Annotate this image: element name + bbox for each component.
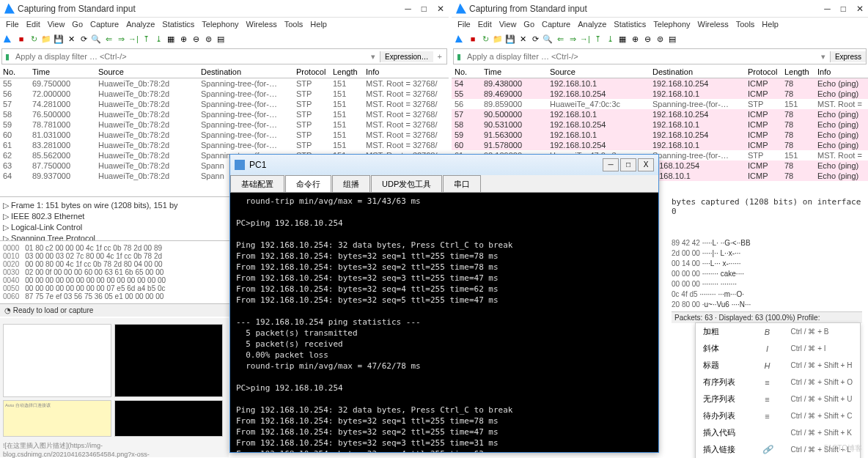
thumbnail-4[interactable] — [114, 400, 223, 437]
zoom-out-icon[interactable]: ⊖ — [190, 33, 202, 45]
jump-icon[interactable]: →| — [579, 33, 591, 45]
bookmark-icon[interactable]: ▮ — [2, 52, 12, 62]
col-protocol[interactable]: Protocol — [293, 67, 330, 76]
ctx-item[interactable]: 插入代码Ctrl / ⌘ + Shift + K — [696, 424, 860, 441]
tab-2[interactable]: 组播 — [332, 175, 370, 192]
packet-row[interactable]: 5672.000000HuaweiTe_0b:78:2dSpanning-tre… — [0, 89, 449, 99]
save-icon[interactable]: 💾 — [53, 33, 65, 45]
resize-cols-icon[interactable]: ▤ — [215, 33, 227, 45]
stop-icon[interactable]: ■ — [15, 33, 27, 45]
zoom-out-icon[interactable]: ⊖ — [641, 33, 653, 45]
tab-4[interactable]: 串口 — [443, 175, 481, 192]
packet-row[interactable]: 5876.500000HuaweiTe_0b:78:2dSpanning-tre… — [0, 109, 449, 119]
close-file-icon[interactable]: ✕ — [517, 33, 529, 45]
col-time[interactable]: Time — [481, 67, 547, 76]
zoom-in-icon[interactable]: ⊕ — [177, 33, 189, 45]
maximize-icon[interactable]: □ — [422, 4, 427, 14]
ctx-item[interactable]: 标题HCtrl / ⌘ + Shift + H — [696, 357, 860, 374]
first-icon[interactable]: ⤒ — [140, 33, 152, 45]
menu-telephony[interactable]: Telephony — [202, 20, 238, 29]
expression-button[interactable]: Express — [830, 51, 866, 62]
menu-edit[interactable]: Edit — [26, 20, 40, 29]
bookmark-icon[interactable]: ▮ — [454, 52, 464, 62]
dropdown-icon[interactable]: ▾ — [817, 52, 830, 62]
resize-cols-icon[interactable]: ▤ — [666, 33, 678, 45]
ctx-item[interactable]: 斜体ICtrl / ⌘ + I — [696, 340, 860, 357]
last-icon[interactable]: ⤓ — [604, 33, 616, 45]
first-icon[interactable]: ⤒ — [592, 33, 603, 45]
menu-wireless[interactable]: Wireless — [246, 20, 277, 29]
minimize-icon[interactable]: ─ — [405, 4, 411, 14]
ctx-item[interactable]: 无序列表≡Ctrl / ⌘ + Shift + U — [696, 391, 860, 407]
close-button[interactable]: X — [638, 158, 654, 171]
menu-help[interactable]: Help — [310, 20, 327, 29]
maximize-icon[interactable]: □ — [841, 4, 846, 14]
pc1-titlebar[interactable]: PC1 ─ □ X — [230, 155, 658, 175]
shark-icon[interactable] — [455, 33, 466, 45]
tab-3[interactable]: UDP发包工具 — [371, 175, 442, 192]
add-filter-icon[interactable]: + — [433, 51, 446, 62]
packet-row[interactable]: 5978.781000HuaweiTe_0b:78:2dSpanning-tre… — [0, 119, 449, 130]
find-icon[interactable]: 🔍 — [90, 33, 102, 45]
menu-statistics[interactable]: Statistics — [614, 20, 646, 29]
col-no[interactable]: No. — [452, 67, 481, 76]
menu-file[interactable]: File — [457, 20, 471, 29]
col-destination[interactable]: Destination — [198, 67, 293, 76]
ctx-item[interactable]: 待办列表≡Ctrl / ⌘ + Shift + C — [696, 407, 860, 424]
titlebar[interactable]: Capturing from Standard input ─ □ ✕ — [0, 0, 449, 18]
minimize-icon[interactable]: ─ — [824, 4, 831, 14]
menu-tools[interactable]: Tools — [736, 20, 755, 29]
col-time[interactable]: Time — [29, 67, 95, 76]
reload-icon[interactable]: ⟳ — [529, 33, 541, 45]
close-icon[interactable]: ✕ — [437, 4, 444, 14]
colorize-icon[interactable]: ▦ — [165, 33, 177, 45]
minimize-button[interactable]: ─ — [603, 158, 619, 171]
menu-go[interactable]: Go — [523, 20, 534, 29]
open-icon[interactable]: 📁 — [492, 33, 504, 45]
menu-tools[interactable]: Tools — [284, 20, 304, 29]
packet-row[interactable]: 5569.750000HuaweiTe_0b:78:2dSpanning-tre… — [0, 78, 449, 89]
shark-icon[interactable] — [3, 33, 15, 45]
packet-row[interactable]: 6091.578000192.168.10.254192.168.10.1ICM… — [452, 140, 868, 150]
next-icon[interactable]: ⇒ — [567, 33, 578, 45]
menu-capture[interactable]: Capture — [542, 20, 570, 29]
col-source[interactable]: Source — [547, 67, 650, 76]
packet-row[interactable]: 6183.281000HuaweiTe_0b:78:2dSpanning-tre… — [0, 140, 449, 150]
find-icon[interactable]: 🔍 — [542, 33, 553, 45]
save-icon[interactable]: 💾 — [504, 33, 516, 45]
menu-statistics[interactable]: Statistics — [162, 20, 194, 29]
packet-row[interactable]: 5790.500000192.168.10.1192.168.10.254ICM… — [452, 109, 868, 119]
terminal[interactable]: round-trip min/avg/max = 31/43/63 ms PC>… — [230, 193, 658, 452]
packet-row[interactable]: 6081.031000HuaweiTe_0b:78:2dSpanning-tre… — [0, 130, 449, 140]
col-no[interactable]: No. — [0, 67, 29, 76]
zoom-in-icon[interactable]: ⊕ — [629, 33, 641, 45]
tab-1[interactable]: 命令行 — [285, 175, 331, 192]
restart-icon[interactable]: ↻ — [479, 33, 491, 45]
dropdown-icon[interactable]: ▾ — [367, 52, 380, 62]
packet-row[interactable]: 5689.859000HuaweiTe_47:0c:3cSpanning-tre… — [452, 99, 868, 109]
prev-icon[interactable]: ⇐ — [554, 33, 566, 45]
menu-telephony[interactable]: Telephony — [653, 20, 690, 29]
restart-icon[interactable]: ↻ — [28, 33, 40, 45]
zoom-reset-icon[interactable]: ⊜ — [654, 33, 666, 45]
packet-row[interactable]: 5489.438000192.168.10.1192.168.10.254ICM… — [452, 78, 868, 89]
titlebar[interactable]: Capturing from Standard input ─ □ ✕ — [452, 0, 868, 18]
open-icon[interactable]: 📁 — [40, 33, 52, 45]
maximize-button[interactable]: □ — [620, 158, 636, 171]
prev-icon[interactable]: ⇐ — [103, 33, 114, 45]
tab-0[interactable]: 基础配置 — [230, 175, 284, 192]
col-protocol[interactable]: Protocol — [745, 67, 781, 76]
expression-button[interactable]: Expression… — [380, 51, 433, 62]
menu-file[interactable]: File — [6, 20, 19, 29]
col-info[interactable]: Info — [363, 67, 449, 76]
menu-wireless[interactable]: Wireless — [698, 20, 729, 29]
menu-capture[interactable]: Capture — [90, 20, 119, 29]
col-length[interactable]: Length — [781, 67, 814, 76]
menu-view[interactable]: View — [499, 20, 517, 29]
menu-analyze[interactable]: Analyze — [578, 20, 606, 29]
ctx-item[interactable]: 有序列表≡Ctrl / ⌘ + Shift + O — [696, 374, 860, 391]
col-source[interactable]: Source — [95, 67, 198, 76]
zoom-reset-icon[interactable]: ⊜ — [202, 33, 214, 45]
close-icon[interactable]: ✕ — [856, 4, 864, 14]
thumbnail-1[interactable] — [3, 324, 111, 397]
